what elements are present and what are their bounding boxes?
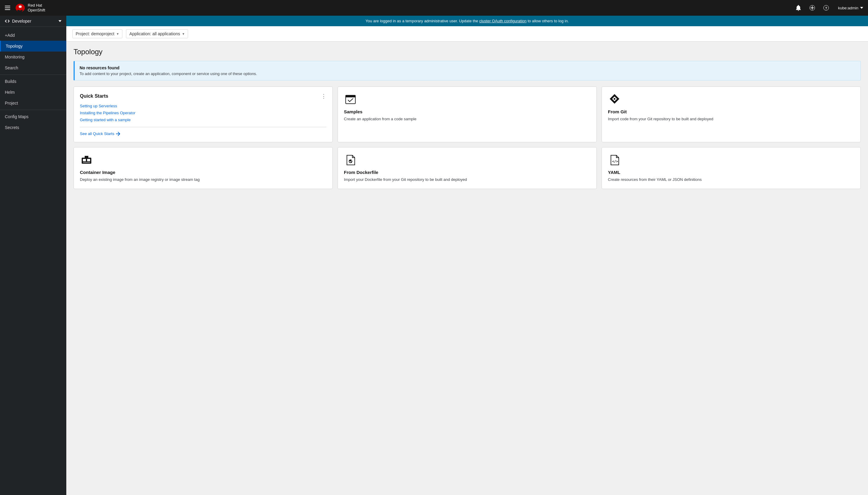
top-nav: Red Hat OpenShift ? kube:admin [0,0,868,16]
sidebar-item-project-label: Project [5,101,18,105]
sidebar-item-secrets-label: Secrets [5,125,19,130]
alert-title: No resources found [80,65,856,70]
container-icon [80,153,93,167]
brand-name-line2: OpenShift [28,8,45,13]
nav-icons: ? kube:admin [794,4,863,12]
info-banner: You are logged in as a temporary adminis… [66,16,868,26]
samples-title: Samples [344,109,590,114]
sidebar-item-add[interactable]: +Add [0,30,66,41]
container-title: Container Image [80,170,326,175]
svg-rect-2 [5,9,10,10]
git-icon [608,93,621,106]
from-git-desc: Import code from your Git repository to … [608,116,854,122]
sidebar-item-helm-label: Helm [5,90,15,95]
sidebar-item-helm[interactable]: Helm [0,87,66,98]
see-all-quick-starts-link[interactable]: See all Quick Starts [80,127,326,136]
sidebar-item-secrets[interactable]: Secrets [0,122,66,133]
sidebar-item-topology-label: Topology [6,44,23,49]
see-all-label: See all Quick Starts [80,132,114,136]
from-git-card[interactable]: From Git Import code from your Git repos… [602,86,861,142]
from-git-title: From Git [608,109,854,114]
perspective-chevron-icon [58,20,62,22]
sidebar-item-configmaps-label: Config Maps [5,114,29,119]
yaml-title: YAML [608,170,854,175]
container-image-card[interactable]: Container Image Deploy an existing image… [73,147,333,189]
sidebar-item-project[interactable]: Project [0,98,66,108]
project-chevron-icon: ▼ [116,32,119,36]
hamburger-menu[interactable] [5,6,10,10]
user-name: kube:admin [838,6,858,10]
sidebar-item-configmaps[interactable]: Config Maps [0,111,66,122]
svg-point-9 [614,98,615,100]
qs-link-serverless[interactable]: Setting up Serverless [80,104,326,108]
sidebar-item-topology[interactable]: Topology [0,41,66,52]
help-icon[interactable]: ? [822,4,830,12]
perspective-switcher[interactable]: Developer [0,16,66,27]
banner-text-after: to allow others to log in. [526,19,569,23]
project-dropdown[interactable]: Project: demoproject ▼ [72,29,122,38]
samples-card[interactable]: Samples Create an application from a cod… [337,86,597,142]
redhat-logo-icon [15,3,25,13]
main-content: You are logged in as a temporary adminis… [66,16,868,495]
sidebar-divider-2 [0,110,66,110]
svg-text:?: ? [825,6,827,10]
notifications-icon[interactable] [794,4,803,12]
application-label: Application: all applications [129,31,180,36]
svg-text:</>: </> [612,159,618,164]
sidebar-item-builds[interactable]: Builds [0,76,66,87]
arrow-right-icon [116,132,120,136]
svg-rect-13 [83,162,90,163]
from-dockerfile-desc: Import your Dockerfile from your Git rep… [344,177,590,183]
app-body: Developer +Add Topology Monitoring Searc… [0,16,868,495]
sidebar-item-add-label: +Add [5,33,15,38]
page-content: Topology No resources found To add conte… [66,41,868,495]
oauth-config-link[interactable]: cluster OAuth configuration [479,19,526,23]
banner-text-before: You are logged in as a temporary adminis… [366,19,479,23]
dockerfile-icon [344,153,357,167]
sidebar-item-search-label: Search [5,65,18,70]
code-icon [5,19,10,23]
sidebar: Developer +Add Topology Monitoring Searc… [0,16,66,495]
samples-desc: Create an application from a code sample [344,116,590,122]
application-chevron-icon: ▼ [182,32,185,36]
yaml-icon: </> [608,153,621,167]
svg-rect-8 [346,95,355,97]
brand-name-line1: Red Hat [28,3,45,8]
user-menu[interactable]: kube:admin [838,6,863,10]
project-label: Project: demoproject [76,31,114,36]
cards-grid: Quick Starts ⋮ Setting up Serverless Ins… [73,86,861,189]
sidebar-item-builds-label: Builds [5,79,16,84]
svg-rect-0 [5,6,10,6]
sidebar-item-search[interactable]: Search [0,63,66,73]
perspective-label: Developer [12,19,31,23]
sidebar-divider [0,74,66,75]
no-resources-alert: No resources found To add content to you… [73,61,861,81]
toolbar: Project: demoproject ▼ Application: all … [66,26,868,41]
qs-link-pipelines[interactable]: Installing the Pipelines Operator [80,110,326,115]
sidebar-item-monitoring-label: Monitoring [5,54,24,59]
quick-starts-card: Quick Starts ⋮ Setting up Serverless Ins… [73,86,333,142]
brand-logo: Red Hat OpenShift [15,3,794,13]
alert-description: To add content to your project, create a… [80,71,856,76]
svg-rect-11 [83,159,86,161]
quick-starts-title: Quick Starts [80,93,108,99]
yaml-desc: Create resources from their YAML or JSON… [608,177,854,183]
page-title: Topology [73,48,861,56]
container-desc: Deploy an existing image from an image r… [80,177,326,183]
svg-rect-1 [5,7,10,8]
quick-starts-links: Setting up Serverless Installing the Pip… [80,104,326,122]
from-dockerfile-card[interactable]: From Dockerfile Import your Dockerfile f… [337,147,597,189]
application-dropdown[interactable]: Application: all applications ▼ [126,29,188,38]
sidebar-nav: +Add Topology Monitoring Search Builds H… [0,27,66,136]
user-menu-chevron-icon [860,7,863,9]
quick-starts-menu-icon[interactable]: ⋮ [321,93,326,100]
qs-link-sample[interactable]: Getting started with a sample [80,118,326,122]
yaml-card[interactable]: </> YAML Create resources from their YAM… [602,147,861,189]
samples-icon [344,93,357,106]
svg-rect-12 [87,159,90,161]
sidebar-item-monitoring[interactable]: Monitoring [0,52,66,63]
add-icon[interactable] [808,4,816,12]
from-dockerfile-title: From Dockerfile [344,170,590,175]
